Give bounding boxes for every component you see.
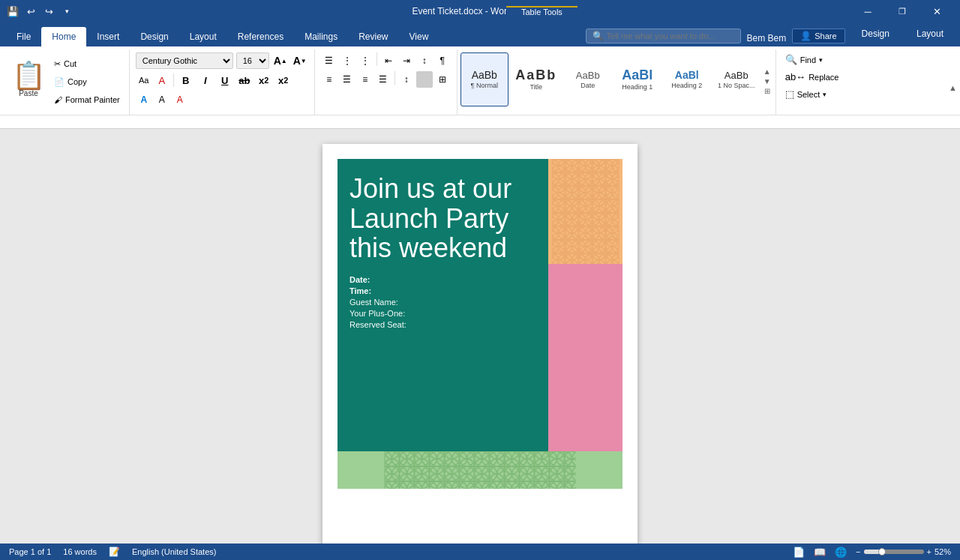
view-normal-icon[interactable]: 📄 [793,547,805,558]
underline-button[interactable]: U [216,71,234,89]
text-highlight-button[interactable]: A [154,91,170,108]
view-web-icon[interactable]: 🌐 [835,547,847,558]
zoom-in-button[interactable]: + [927,547,932,556]
increase-indent-button[interactable]: ⇥ [398,52,415,69]
close-button[interactable]: ✕ [920,0,954,22]
style-normal-label: ¶ Normal [471,82,498,89]
ticket-heading: Join us at our Launch Party this weekend [350,174,536,263]
bold-button[interactable]: B [177,71,195,89]
scroll-up-icon[interactable]: ▲ [764,67,771,76]
align-center-button[interactable]: ☰ [339,71,356,88]
align-left-button[interactable]: ≡ [321,71,338,88]
tab-layout[interactable]: Layout [179,27,227,46]
font-row2: Aa A B I U ab x2 x2 [136,71,308,89]
multilevel-button[interactable]: ⋮ [357,52,374,69]
minimize-button[interactable]: ─ [850,0,885,22]
paste-button[interactable]: 📋 Paste [9,52,48,106]
justify-button[interactable]: ☰ [375,71,392,88]
style-heading2[interactable]: AaBl Heading 2 [663,52,711,106]
paste-label: Paste [19,89,38,97]
font-grow-button[interactable]: A▲ [272,52,289,69]
word-count: 16 words [63,547,97,556]
style-h2-label: Heading 2 [671,82,702,89]
style-date[interactable]: AaBb Date [564,52,612,106]
borders-button[interactable]: ⊞ [434,71,451,88]
select-icon: ⬚ [785,88,794,100]
tab-design[interactable]: Design [130,27,178,46]
shading-button[interactable] [416,71,433,88]
superscript-button[interactable]: x2 [274,71,292,89]
tab-review[interactable]: Review [348,27,398,46]
scroll-down-icon[interactable]: ▼ [764,77,771,85]
strikethrough-button[interactable]: ab [236,71,254,89]
clear-formatting-button[interactable]: A [154,72,170,88]
ticket-time: Time: [350,286,536,295]
zoom-slider[interactable] [864,550,924,554]
styles-scroll-area[interactable]: ▲ ▼ ⊞ [762,52,772,109]
tab-mailings[interactable]: Mailings [294,27,348,46]
copy-button[interactable]: 📄 Copy [51,73,123,90]
style-h1-label: Heading 1 [622,83,652,91]
style-heading1[interactable]: AaBl Heading 1 [614,52,662,106]
tab-view[interactable]: View [399,27,440,46]
sort-button[interactable]: ↕ [416,52,433,69]
subscript-button[interactable]: x2 [255,71,273,89]
tab-insert[interactable]: Insert [86,27,130,46]
cut-button[interactable]: ✂ Cut [51,55,123,72]
find-dropdown-icon[interactable]: ▾ [819,56,823,64]
paste-icon: 📋 [12,62,46,89]
replace-button[interactable]: ab↔ Replace [782,70,842,84]
style-date-label: Date [580,82,595,89]
bullets-button[interactable]: ☰ [321,52,338,69]
show-formatting-button[interactable]: ¶ [434,52,451,69]
spellcheck-icon[interactable]: 📝 [109,547,120,557]
align-right-button[interactable]: ≡ [357,71,374,88]
style-h1-preview: AaBl [622,68,652,82]
styles-expand-icon[interactable]: ⊞ [764,87,771,95]
tab-home[interactable]: Home [41,27,86,46]
format-painter-button[interactable]: 🖌 Format Painter [51,91,123,108]
zoom-level[interactable]: 52% [934,547,951,556]
select-dropdown-icon[interactable]: ▾ [823,91,826,98]
font-shrink-button[interactable]: A▼ [292,52,308,69]
tab-tabletools-design[interactable]: Design [851,24,900,43]
tab-references[interactable]: References [227,27,294,46]
language[interactable]: English (United States) [132,547,217,556]
replace-icon: ab↔ [785,71,806,82]
font-row1: Century Gothic 16 A▲ A▼ [136,52,308,69]
italic-button[interactable]: I [196,71,214,89]
format-painter-icon: 🖌 [54,95,62,104]
green-pattern-svg [338,451,622,489]
status-bar: Page 1 of 1 16 words 📝 English (United S… [0,544,960,560]
style-normal[interactable]: AaBb ¶ Normal [460,52,508,106]
undo-icon[interactable]: ↩ [24,4,38,18]
font-color-button[interactable]: A [172,91,188,108]
select-button[interactable]: ⬚ Select ▾ [782,87,842,101]
quick-access-dropdown-icon[interactable]: ▾ [60,4,74,18]
tab-file[interactable]: File [6,27,41,46]
redo-icon[interactable]: ↪ [42,4,56,18]
style-nospace-preview: AaBb [724,70,748,80]
view-read-icon[interactable]: 📖 [814,547,826,558]
restore-button[interactable]: ❐ [885,0,920,22]
zoom-area: − + 52% [856,547,951,556]
change-case-button[interactable]: Aa [136,72,152,88]
zoom-out-button[interactable]: − [856,547,860,556]
editing-actions: 🔍 Find ▾ ab↔ Replace ⬚ Select ▾ [782,52,842,101]
style-title[interactable]: AaBb Title [510,52,562,106]
font-size-select[interactable]: 16 [236,52,269,69]
text-effects-button[interactable]: A [136,91,152,108]
search-area[interactable]: 🔍 [586,28,741,43]
font-name-select[interactable]: Century Gothic [136,52,233,69]
style-normal-preview: AaBb [472,70,497,80]
group-labels-row [0,115,960,128]
search-input[interactable] [607,31,734,40]
tab-tabletools-layout[interactable]: Layout [906,24,954,43]
style-nospace[interactable]: AaBb 1 No Spac... [712,52,760,106]
decrease-indent-button[interactable]: ⇤ [380,52,397,69]
save-icon[interactable]: 💾 [6,4,20,18]
share-button[interactable]: 👤Share [792,28,844,43]
numbering-button[interactable]: ⋮ [339,52,356,69]
find-button[interactable]: 🔍 Find ▾ [782,52,842,67]
line-spacing-button[interactable]: ↕ [398,71,415,88]
